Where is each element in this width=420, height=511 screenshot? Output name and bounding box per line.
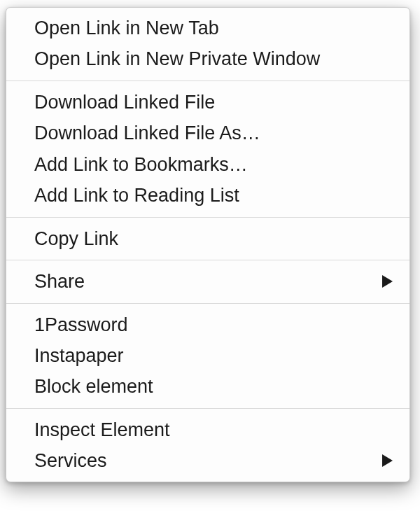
menu-item-label: Instapaper bbox=[34, 343, 124, 368]
menu-item-copy-link[interactable]: Copy Link bbox=[6, 223, 410, 254]
menu-item-block-element[interactable]: Block element bbox=[6, 371, 410, 402]
menu-item-download-linked-file-as[interactable]: Download Linked File As… bbox=[6, 118, 410, 148]
menu-item-download-linked-file[interactable]: Download Linked File bbox=[6, 87, 410, 118]
menu-item-inspect-element[interactable]: Inspect Element bbox=[6, 414, 410, 445]
menu-separator bbox=[6, 260, 410, 260]
menu-item-services[interactable]: Services bbox=[6, 445, 410, 476]
menu-separator bbox=[6, 408, 410, 409]
menu-item-label: Services bbox=[34, 448, 107, 473]
menu-item-label: Open Link in New Private Window bbox=[34, 46, 320, 71]
menu-item-open-link-new-private-window[interactable]: Open Link in New Private Window bbox=[6, 43, 410, 74]
menu-item-label: Block element bbox=[34, 374, 153, 399]
submenu-arrow-icon bbox=[382, 275, 393, 288]
menu-item-label: Share bbox=[34, 269, 85, 294]
menu-item-add-link-to-reading-list[interactable]: Add Link to Reading List bbox=[6, 180, 410, 211]
menu-separator bbox=[6, 303, 410, 304]
menu-item-1password[interactable]: 1Password bbox=[6, 309, 410, 340]
submenu-arrow-icon bbox=[382, 454, 393, 467]
menu-item-add-link-to-bookmarks[interactable]: Add Link to Bookmarks… bbox=[6, 149, 410, 180]
menu-item-label: Download Linked File As… bbox=[34, 120, 260, 146]
context-menu: Open Link in New Tab Open Link in New Pr… bbox=[6, 7, 410, 482]
menu-item-open-link-new-tab[interactable]: Open Link in New Tab bbox=[6, 13, 410, 43]
menu-item-label: Add Link to Reading List bbox=[34, 183, 239, 208]
menu-item-label: Add Link to Bookmarks… bbox=[34, 152, 248, 177]
menu-separator bbox=[6, 80, 410, 81]
menu-item-label: Open Link in New Tab bbox=[34, 15, 219, 41]
menu-separator bbox=[6, 217, 410, 218]
menu-item-label: Inspect Element bbox=[34, 417, 170, 442]
menu-item-label: 1Password bbox=[34, 312, 128, 337]
menu-item-instapaper[interactable]: Instapaper bbox=[6, 340, 410, 371]
menu-item-share[interactable]: Share bbox=[6, 266, 410, 297]
menu-item-label: Download Linked File bbox=[34, 90, 215, 115]
menu-item-label: Copy Link bbox=[34, 226, 118, 251]
